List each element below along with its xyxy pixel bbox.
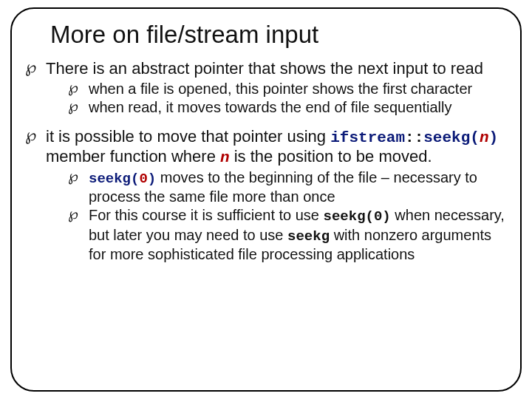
bullet-icon: ℘ <box>68 80 78 95</box>
bullet-1-sub-2: ℘ when read, it moves towards the end of… <box>68 98 511 116</box>
code-ifstream-seekg: ifstream::seekg(n) <box>330 129 498 146</box>
bullet-icon: ℘ <box>25 127 36 143</box>
bullet-1-sub-2-text: when read, it moves towards the end of f… <box>89 99 451 115</box>
bullet-2-text-b: member function where <box>46 147 220 166</box>
bullet-2-sub-2-text-a: For this course it is sufficient to use <box>89 207 324 223</box>
bullet-1-sub-1-text: when a file is opened, this pointer show… <box>89 81 472 97</box>
bullet-1-text: There is an abstract pointer that shows … <box>46 59 483 78</box>
bullet-icon: ℘ <box>68 98 78 113</box>
bullet-2-text-c: is the position to be moved. <box>230 147 432 166</box>
slide: More on file/stream input ℘ There is an … <box>0 0 532 399</box>
bullet-list: ℘ There is an abstract pointer that show… <box>21 59 511 263</box>
code-seekg-0: seekg(0) <box>89 171 156 187</box>
slide-title: More on file/stream input <box>50 21 511 49</box>
bullet-icon: ℘ <box>68 206 78 221</box>
bullet-icon: ℘ <box>25 59 36 75</box>
code-seekg-0-b: seekg(0) <box>324 208 391 225</box>
code-n: n <box>220 149 230 166</box>
bullet-1-sub-1: ℘ when a file is opened, this pointer sh… <box>68 80 511 98</box>
bullet-2-sub-1: ℘ seekg(0) moves to the beginning of the… <box>68 168 511 206</box>
bullet-2: ℘ it is possible to move that pointer us… <box>25 127 511 264</box>
bullet-2-text-a: it is possible to move that pointer usin… <box>46 127 330 146</box>
bullet-icon: ℘ <box>68 168 78 183</box>
bullet-1: ℘ There is an abstract pointer that show… <box>25 59 511 117</box>
code-seekg: seekg <box>287 228 330 245</box>
bullet-2-sub-2: ℘ For this course it is sufficient to us… <box>68 206 511 263</box>
